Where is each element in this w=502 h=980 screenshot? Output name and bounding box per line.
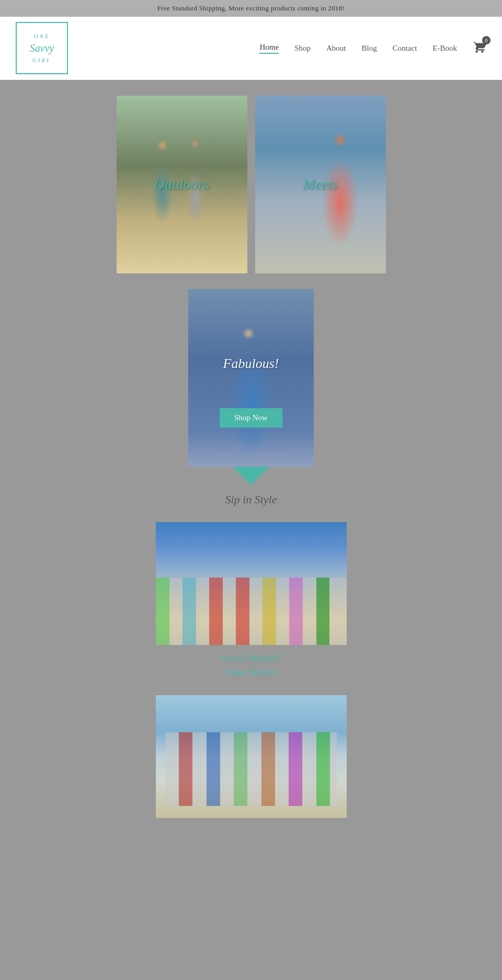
announcement-bar: Free Standard Shipping. More exciting pr…: [0, 0, 502, 17]
nav-ebook[interactable]: E-Book: [432, 44, 457, 53]
fabulous-image-container: Fabulous! Shop Now: [188, 289, 314, 467]
fabulous-section: Fabulous! Shop Now: [0, 284, 502, 485]
hero-row: Outdoors Meets: [0, 90, 502, 279]
sip-title: Sip in Style: [225, 493, 277, 506]
fabulous-label: Fabulous!: [223, 356, 279, 372]
nav-about[interactable]: About: [326, 44, 346, 53]
logo-line2: Savvy: [30, 40, 54, 56]
bottles-title-line1: Savvy Infusion®: [220, 651, 282, 665]
logo-line1: ONE: [30, 32, 54, 41]
cart-count: 0: [482, 36, 490, 44]
logo-text: ONE Savvy GIRL: [30, 32, 54, 65]
site-header: ONE Savvy GIRL Home Shop About Blog Cont…: [0, 17, 502, 80]
site-logo[interactable]: ONE Savvy GIRL: [16, 22, 68, 74]
bottles-title-line2: Water Bottles: [220, 665, 282, 679]
hero-image-outdoors[interactable]: Outdoors: [117, 96, 247, 273]
sip-section: Sip in Style: [0, 485, 502, 517]
shelf-image-container[interactable]: [156, 695, 347, 818]
nav-shop[interactable]: Shop: [294, 44, 311, 53]
logo-line3: GIRL: [30, 56, 54, 65]
hero-image-meets[interactable]: Meets: [255, 96, 386, 273]
nav-blog[interactable]: Blog: [361, 44, 376, 53]
nav-contact[interactable]: Contact: [393, 44, 417, 53]
bottles-product-section: Savvy Infusion® Water Bottles: [0, 517, 502, 690]
fabulous-image: [188, 289, 314, 467]
main-content: Outdoors Meets Fabulous! Shop Now Sip in…: [0, 80, 502, 845]
bottles-image: [156, 522, 347, 645]
nav-home[interactable]: Home: [259, 43, 279, 54]
hero-label-meets: Meets: [303, 176, 338, 193]
hero-label-outdoors: Outdoors: [154, 176, 210, 193]
main-nav: Home Shop About Blog Contact E-Book 0: [259, 40, 486, 56]
arrow-down-icon: [233, 467, 269, 485]
bottles-product-title: Savvy Infusion® Water Bottles: [220, 651, 282, 679]
announcement-text: Free Standard Shipping. More exciting pr…: [157, 4, 345, 12]
bottles-image-container[interactable]: [156, 522, 347, 645]
shelf-product-section: [0, 690, 502, 835]
shop-now-button[interactable]: Shop Now: [220, 408, 282, 428]
shelf-image: [156, 695, 347, 818]
cart-button[interactable]: 0: [473, 40, 486, 56]
